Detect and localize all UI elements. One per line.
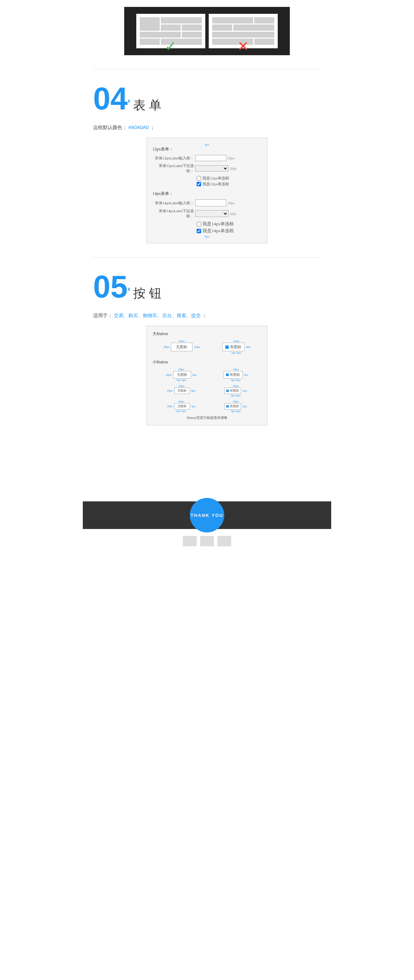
section-04-header: 04 ' 表 单: [93, 83, 321, 114]
dim-big-icon-top: 24px: [233, 340, 239, 343]
big-btn-no-icon-group: 30px 36px 无图标 13px: [164, 340, 200, 351]
icon-placeholder: [225, 345, 229, 349]
section-04-title: 表 单: [133, 97, 161, 114]
form-mockup: 6px 12px表单： 宋体12pxLabel输入框： 20px 宋体12pxL…: [146, 138, 268, 243]
small-button-title: 小Button: [153, 359, 261, 365]
dim-big-top: 30px: [179, 340, 185, 343]
checkbox-14-1[interactable]: [197, 222, 201, 226]
mini-btn-icon-label: 有图标: [230, 388, 239, 393]
mini-btn-no-icon-group: 15px 25px 无图标 6px: [167, 384, 196, 394]
dim-big-icon-right: 6px: [246, 345, 250, 348]
top-comparison-image: ✓ ✕: [93, 7, 321, 55]
tiny-btn-no-icon[interactable]: 无图标: [174, 403, 190, 410]
form-row-select-14: 宋体14pxLabel下拉选框： 20px: [153, 208, 261, 219]
spacer: [93, 433, 321, 474]
tiny-btn-icon-group: 16px 有图标 2px 5px 5px: [224, 400, 247, 413]
section-04-number: 04: [93, 83, 127, 114]
dim-big-icon-note: 5px 5px: [231, 351, 241, 355]
form-select-14[interactable]: [195, 210, 228, 217]
section-05-title: 按 钮: [133, 285, 161, 302]
dim-6px-top: 6px: [153, 143, 261, 146]
checkbox-12-1[interactable]: [197, 176, 201, 180]
mini-icon-placeholder: [226, 390, 229, 392]
thank-you-circle: THANK YOU: [190, 498, 224, 533]
footer-mini-1: [183, 536, 197, 546]
form-label-input-14: 宋体14pxLabel输入框：: [153, 200, 194, 206]
form-checkbox-14-2: 我是14px单选框: [197, 228, 261, 234]
small-btn-no-icon[interactable]: 无图标: [173, 371, 191, 379]
form-checkbox-12-1: 我是12px单选框: [197, 176, 261, 181]
small-btn-no-icon-group: 30px 30px 无图标 8px 5px 5px: [166, 368, 197, 382]
section-05-desc: 适用于： 交易、购买、购物车、后台、搜索、提交 ；: [93, 313, 321, 319]
big-btn-icon-label: 有图标: [230, 344, 242, 350]
tiny-btn-no-icon-group: 15px 20px 无图标 4px 5px 5px: [167, 400, 196, 413]
small-btn-icon-label: 有图标: [230, 372, 240, 377]
section-05-tick: ': [127, 285, 131, 301]
checkbox-12-2[interactable]: [197, 182, 201, 186]
footer-mini-3: [217, 536, 231, 546]
dim-big-right: 13px: [194, 345, 200, 348]
big-button-title: 大Button: [153, 331, 261, 337]
form-checkbox-14-1: 我是14px单选框: [197, 221, 261, 227]
form-14px-title: 14px表单：: [153, 191, 261, 197]
form-label-select-12: 宋体12pxLabel下拉选框：: [153, 163, 194, 173]
section-05-header: 05 ' 按 钮: [93, 271, 321, 302]
section-04-tick: ': [127, 97, 131, 113]
dim-big-left: 36px: [164, 345, 169, 348]
divider-04: [93, 69, 321, 69]
big-btn-icon-group: 24px 有图标 6px 5px 5px: [222, 340, 250, 355]
form-select-12[interactable]: [195, 165, 228, 172]
button-mockup: 大Button 30px 36px 无图标 13px 24px: [146, 326, 268, 425]
footer-section: THANK YOU: [83, 501, 331, 550]
form-input-14[interactable]: [195, 199, 226, 206]
form-row-input-14: 宋体14pxLabel输入框： 20px: [153, 199, 261, 206]
form-row-input-12: 宋体12pxLabel输入框： 20px: [153, 155, 261, 161]
form-input-12[interactable]: [195, 155, 226, 161]
small-btn-icon-group: 24px 有图标 2px 5px 5px: [224, 368, 248, 382]
tiny-btn-icon-label: 有图标: [230, 404, 239, 409]
footer-grid: [183, 536, 231, 546]
section-05: 05 ' 按 钮 适用于： 交易、购买、购物车、后台、搜索、提交 ； 大Butt…: [93, 271, 321, 425]
section-05-number: 05: [93, 271, 127, 302]
footer-bar: THANK YOU: [83, 501, 331, 529]
section-04: 04 ' 表 单 边框默认颜色： #A0A0A0 ； 6px 12px表单： 宋…: [93, 83, 321, 243]
thank-you-text: THANK YOU: [190, 513, 223, 518]
big-btn-no-icon[interactable]: 无图标: [171, 343, 193, 351]
tiny-icon-placeholder: [226, 405, 229, 407]
dim-6px-bottom: 6px: [153, 235, 261, 238]
mini-btn-no-icon[interactable]: 无图标: [174, 388, 190, 394]
form-checkbox-12-2: 我是12px单选框: [197, 181, 261, 187]
divider-05: [93, 257, 321, 258]
small-icon-placeholder: [226, 373, 229, 376]
checkbox-14-2[interactable]: [197, 229, 201, 233]
footer-mini-2: [200, 536, 214, 546]
button-note: Button宽度可根据需求调整: [153, 415, 261, 420]
form-12px-title: 12px表单：: [153, 146, 261, 152]
mini-btn-icon-group: 16px 有图标 4px 5px 5px: [224, 384, 247, 397]
section-04-desc: 边框默认颜色： #A0A0A0 ；: [93, 124, 321, 131]
form-label-input-12: 宋体12pxLabel输入框：: [153, 156, 194, 161]
form-label-select-14: 宋体14pxLabel下拉选框：: [153, 208, 194, 219]
form-row-select-12: 宋体12pxLabel下拉选框： 20px: [153, 163, 261, 173]
